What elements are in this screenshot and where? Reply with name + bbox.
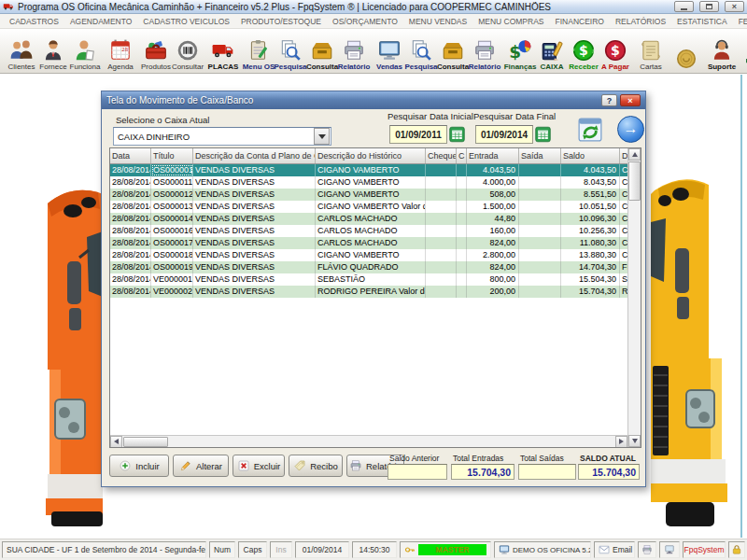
menu-item-cadastros[interactable]: CADASTROS bbox=[4, 17, 64, 26]
toolbar-button-finan-as[interactable]: $Finanças bbox=[504, 30, 536, 72]
column-header-2[interactable]: Descrição da Conta d Plano de Contas bbox=[193, 148, 316, 163]
menu-item-menu-vendas[interactable]: MENU VENDAS bbox=[403, 17, 472, 26]
menu-item-agendamento[interactable]: AGENDAMENTO bbox=[64, 17, 137, 26]
column-header-3[interactable]: Descrição do Histórico bbox=[316, 148, 426, 163]
table-row[interactable]: 28/08/2014VE000001VENDAS DIVERSASSEBASTI… bbox=[110, 273, 627, 286]
refresh-button[interactable] bbox=[576, 116, 604, 144]
table-row[interactable]: 28/08/2014OS000014VENDAS DIVERSASCARLOS … bbox=[110, 213, 627, 225]
menu-item-ferramentas[interactable]: FERRAMENTAS bbox=[733, 17, 747, 26]
minimize-button[interactable] bbox=[674, 1, 694, 12]
maximize-button[interactable] bbox=[699, 1, 719, 12]
status-brand: FpqSystem bbox=[683, 541, 726, 558]
dialog-titlebar[interactable]: Tela do Movimento de Caixa/Banco ? × bbox=[102, 91, 645, 109]
table-row[interactable]: 28/08/2014VE000002VENDAS DIVERSASRODRIGO… bbox=[110, 286, 627, 298]
menu-item-menu-compras[interactable]: MENU COMPRAS bbox=[472, 17, 549, 26]
toolbar-button-menu-os[interactable]: Menu OS bbox=[243, 30, 275, 72]
menu-item-relat-rios[interactable]: RELATÓRIOS bbox=[610, 17, 671, 26]
menu-item-cadastro-veiculos[interactable]: CADASTRO VEICULOS bbox=[137, 17, 235, 26]
date-end-field[interactable]: 01/09/2014 bbox=[475, 125, 533, 144]
app-icon bbox=[3, 1, 14, 12]
menu-item-estatistica[interactable]: ESTATISTICA bbox=[671, 17, 733, 26]
menu-item-produto-estoque[interactable]: PRODUTO/ESTOQUE bbox=[235, 17, 327, 26]
table-row[interactable]: 28/08/2014OS000019VENDAS DIVERSASFLÁVIO … bbox=[110, 261, 627, 273]
toolbar-button-produtos[interactable]: Produtos bbox=[140, 30, 172, 72]
toolbar-button-funciona[interactable]: Funciona bbox=[69, 30, 101, 72]
toolbar-button-consulta[interactable]: Consulta bbox=[437, 30, 469, 72]
close-window-button[interactable]: × bbox=[725, 1, 744, 12]
toolbar-button-clientes[interactable]: Clientes bbox=[6, 30, 37, 72]
alterar-button[interactable]: Alterar bbox=[173, 455, 229, 477]
column-header-5[interactable]: C bbox=[457, 148, 467, 163]
toolbar-button-caixa[interactable]: CAIXA bbox=[536, 30, 568, 72]
toolbar-button-relat-rio[interactable]: Relatório bbox=[469, 30, 500, 72]
date-start-calendar-button[interactable] bbox=[449, 125, 465, 144]
status-print-button[interactable] bbox=[638, 541, 656, 558]
vertical-scroll-thumb[interactable] bbox=[628, 161, 641, 201]
toolbox-icon bbox=[144, 38, 168, 63]
saldo-anterior-field bbox=[388, 464, 447, 480]
menu-item-financeiro[interactable]: FINANCEIRO bbox=[550, 17, 610, 26]
toolbar-button-a-pagar[interactable]: $A Pagar bbox=[599, 30, 631, 72]
toolbar-button-agenda[interactable]: 28Agenda bbox=[105, 30, 136, 72]
excluir-button[interactable]: Excluir bbox=[233, 455, 285, 477]
vertical-scrollbar[interactable] bbox=[627, 148, 641, 447]
table-row[interactable]: 28/08/2014OS000016VENDAS DIVERSASCARLOS … bbox=[110, 225, 627, 237]
status-network-button[interactable] bbox=[659, 541, 680, 558]
recibo-button[interactable]: Recibo bbox=[289, 455, 343, 477]
table-row[interactable]: 28/08/2014OS000017VENDAS DIVERSASCARLOS … bbox=[110, 237, 627, 249]
cell bbox=[519, 273, 561, 286]
column-header-7[interactable]: Saída bbox=[519, 148, 561, 163]
toolbar-button-relat-rio[interactable]: Relatório bbox=[338, 30, 370, 72]
date-start-field[interactable]: 01/09/2011 bbox=[389, 125, 447, 144]
table-row[interactable]: 28/08/2014OS000013VENDAS DIVERSASCIGANO … bbox=[110, 201, 627, 213]
status-email-button[interactable]: Email bbox=[594, 541, 635, 558]
cell: 13.880,30 bbox=[561, 249, 620, 261]
toolbar-button-pesquisa[interactable]: Pesquisa bbox=[405, 30, 437, 72]
table-row[interactable]: 28/08/2014OS000012VENDAS DIVERSASCIGANO … bbox=[110, 189, 627, 201]
scroll-left-button[interactable] bbox=[110, 436, 122, 448]
cell: CA bbox=[620, 225, 627, 237]
toolbar-button-exit[interactable] bbox=[741, 30, 747, 72]
toolbar-button-coin[interactable] bbox=[670, 30, 702, 72]
chevron-down-icon[interactable] bbox=[314, 128, 330, 145]
cell: CIGANO VAMBERTO bbox=[316, 189, 426, 201]
dialog-help-button[interactable]: ? bbox=[601, 94, 617, 106]
toolbar-button-placas[interactable]: PLACAS bbox=[207, 30, 239, 72]
toolbar-button-cartas[interactable]: Cartas bbox=[635, 30, 667, 72]
horizontal-scroll-thumb[interactable] bbox=[123, 437, 168, 447]
toolbar-button-label: A Pagar bbox=[601, 63, 629, 71]
toolbar-button-vendas[interactable]: Vendas bbox=[374, 30, 405, 72]
toolbar-button-suporte[interactable]: Suporte bbox=[706, 30, 738, 72]
svg-text:$: $ bbox=[611, 43, 620, 58]
printer-icon bbox=[641, 544, 653, 555]
toolbar-button-consulta[interactable]: Consulta bbox=[306, 30, 338, 72]
column-header-9[interactable]: D bbox=[620, 148, 627, 163]
toolbar-button-pesquisa[interactable]: Pesquisa bbox=[275, 30, 306, 72]
horizontal-scrollbar[interactable] bbox=[110, 435, 627, 447]
column-header-8[interactable]: Saldo bbox=[561, 148, 620, 163]
scroll-up-button[interactable] bbox=[628, 148, 641, 161]
cell bbox=[519, 225, 561, 237]
scroll-down-button[interactable] bbox=[628, 435, 641, 447]
saldo-anterior-label: Saldo Anterior bbox=[389, 454, 439, 463]
search-go-button[interactable] bbox=[617, 116, 644, 143]
column-header-1[interactable]: Título bbox=[151, 148, 193, 163]
scroll-right-button[interactable] bbox=[615, 436, 627, 448]
toolbar-button-fornece[interactable]: Fornece bbox=[37, 30, 69, 72]
menu-item-os-or-amento[interactable]: OS/ORÇAMENTO bbox=[327, 17, 403, 26]
column-header-0[interactable]: Data bbox=[110, 148, 151, 163]
date-end-calendar-button[interactable] bbox=[535, 125, 551, 144]
column-header-4[interactable]: Cheque bbox=[426, 148, 457, 163]
cell: 28/08/2014 bbox=[110, 164, 151, 176]
caixa-combobox[interactable]: CAIXA DINHEIRO bbox=[113, 127, 331, 146]
toolbar-button-receber[interactable]: $Receber bbox=[568, 30, 599, 72]
column-header-6[interactable]: Entrada bbox=[467, 148, 519, 163]
truck-icon bbox=[211, 38, 235, 63]
dialog-close-button[interactable]: × bbox=[620, 94, 641, 106]
toolbar-button-consultar[interactable]: Consultar bbox=[172, 30, 204, 72]
cell: CARLOS MACHADO bbox=[316, 213, 426, 225]
table-row[interactable]: 28/08/2014OS000018VENDAS DIVERSASCIGANO … bbox=[110, 249, 627, 261]
table-row[interactable]: 28/08/2014OS000001VENDAS DIVERSASCIGANO … bbox=[110, 164, 627, 176]
table-row[interactable]: 28/08/2014OS000011VENDAS DIVERSASCIGANO … bbox=[110, 176, 627, 189]
incluir-button[interactable]: Incluir bbox=[109, 455, 169, 477]
